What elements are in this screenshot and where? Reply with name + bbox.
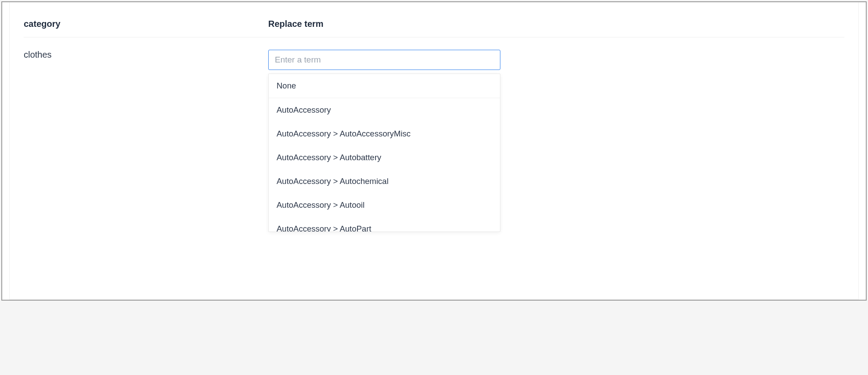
dropdown-option[interactable]: AutoAccessory > Autochemical [269, 169, 500, 193]
content-area: category Replace term clothes None [10, 8, 858, 70]
term-value: clothes [24, 46, 51, 59]
dropdown-option[interactable]: AutoAccessory > AutoAccessoryMisc [269, 122, 500, 146]
panel: category Replace term clothes None [9, 2, 859, 300]
replace-term-header: Replace term [268, 19, 324, 29]
term-dropdown-scroll[interactable]: None AutoAccessory AutoAccessory > AutoA… [269, 74, 500, 232]
term-dropdown: None AutoAccessory AutoAccessory > AutoA… [268, 74, 500, 232]
dropdown-option[interactable]: AutoAccessory > AutoPart [269, 217, 500, 232]
outer-frame: category Replace term clothes None [1, 1, 867, 301]
replace-term-input[interactable] [268, 50, 500, 70]
category-header: category [24, 19, 60, 29]
table-header-row: category Replace term [24, 8, 844, 37]
table-row: clothes None AutoAccessory AutoAccessory… [24, 37, 844, 70]
dropdown-option[interactable]: AutoAccessory > Autobattery [269, 146, 500, 169]
replace-term-combobox: None AutoAccessory AutoAccessory > AutoA… [268, 50, 500, 70]
dropdown-option-none[interactable]: None [269, 74, 500, 98]
dropdown-option[interactable]: AutoAccessory > Autooil [269, 193, 500, 217]
dropdown-option[interactable]: AutoAccessory [269, 98, 500, 122]
